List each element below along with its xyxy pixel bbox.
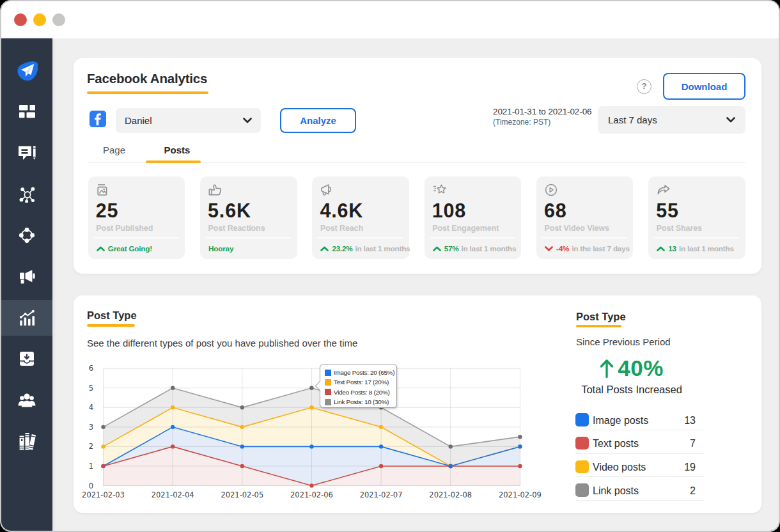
image-post-icon <box>97 184 109 196</box>
close-window-button[interactable] <box>14 13 27 26</box>
svg-text:2021-02-04: 2021-02-04 <box>151 490 194 499</box>
zoom-window-button[interactable] <box>52 13 65 26</box>
chart-section-title: Post Type <box>87 309 137 322</box>
period-select-value: Last 7 days <box>608 114 657 125</box>
trend-note: in last 1 months <box>679 244 734 253</box>
post-type-card: Post Type See the different types of pos… <box>74 295 761 513</box>
summary-delta: 40% <box>575 357 688 380</box>
legend-label: Text posts <box>593 438 639 450</box>
sidebar-item-analytics[interactable] <box>1 300 52 336</box>
chevron-down-icon <box>243 118 252 123</box>
tooltip-row: Video Posts: 8 (20%) <box>325 387 393 397</box>
svg-text:3: 3 <box>88 423 93 432</box>
legend-swatch <box>325 379 331 386</box>
sidebar-item-team[interactable] <box>1 382 52 418</box>
legend-swatch <box>325 389 331 395</box>
stat-trend: -4%in the last 7 days <box>545 244 632 253</box>
trend-down-icon <box>545 246 553 251</box>
trend-note: in last 1 months <box>462 244 517 253</box>
download-button[interactable]: Download <box>663 73 745 100</box>
stat-value: 108 <box>432 199 466 222</box>
posts-icon <box>18 145 36 160</box>
svg-text:2: 2 <box>88 442 93 451</box>
stats-row: 25 Post Published Great Going! 5.6K Post… <box>88 176 745 259</box>
library-icon <box>19 432 36 450</box>
sidebar-item-connect[interactable] <box>1 176 52 212</box>
stat-divider <box>94 237 179 239</box>
tooltip-label: Video Posts: 8 (20%) <box>334 389 390 396</box>
legend-row: Image posts 13 <box>575 407 704 430</box>
stat-label: Post Video Views <box>544 224 609 233</box>
date-range-text: 2021-01-31 to 2021-02-06 <box>493 107 602 116</box>
post-type-area-chart[interactable]: 01234562021-02-032021-02-042021-02-05202… <box>77 359 550 508</box>
trend-note: in last 1 months <box>355 244 410 253</box>
legend-value: 7 <box>690 438 696 450</box>
tooltip-row: Link Posts: 10 (30%) <box>325 397 393 407</box>
svg-text:2021-02-03: 2021-02-03 <box>82 490 125 499</box>
sidebar-item-dashboard[interactable] <box>1 93 52 129</box>
summary-panel: Post Type Since Previous Period 40% Tota… <box>575 295 704 513</box>
analytics-header-card: Facebook Analytics ? Download Daniel Ana… <box>74 58 761 274</box>
period-select[interactable]: Last 7 days <box>598 106 745 134</box>
svg-text:2021-02-09: 2021-02-09 <box>498 490 541 499</box>
legend-row: Text posts 7 <box>575 430 704 454</box>
legend-value: 2 <box>690 485 696 497</box>
chart-subtitle: See the different types of post you have… <box>87 338 357 348</box>
stat-value: 68 <box>544 199 567 222</box>
sidebar-item-posts[interactable] <box>1 135 52 171</box>
tooltip-label: Text Posts: 17 (20%) <box>334 379 389 386</box>
stat-label: Post Reactions <box>208 224 265 233</box>
trend-note: in the last 7 days <box>572 244 630 253</box>
legend-swatch <box>575 460 589 474</box>
help-icon[interactable]: ? <box>637 79 651 94</box>
chart-tooltip: Image Posts: 20 (65%) Text Posts: 17 (20… <box>320 364 397 408</box>
socialpilot-logo <box>17 60 38 81</box>
legend-value: 13 <box>684 415 696 426</box>
tab-page[interactable]: Page <box>90 145 138 164</box>
stat-value: 25 <box>96 199 119 222</box>
facebook-icon <box>90 111 106 127</box>
title-underline <box>87 91 208 95</box>
stat-divider <box>318 237 403 239</box>
sidebar-item-logo[interactable] <box>1 52 52 88</box>
legend-swatch <box>575 483 589 497</box>
sidebar-item-groups[interactable] <box>1 217 52 253</box>
analyze-button[interactable]: Analyze <box>280 108 356 133</box>
star-engagement-icon <box>433 184 446 196</box>
account-select-value: Daniel <box>125 115 152 126</box>
tooltip-row: Text Posts: 17 (20%) <box>325 377 393 387</box>
tooltip-label: Image Posts: 20 (65%) <box>334 369 394 376</box>
minimize-window-button[interactable] <box>33 13 46 26</box>
stat-label: Post Reach <box>320 224 363 233</box>
stat-card-post-shares: 55 Post Shares 13in last 1 months <box>648 176 745 259</box>
sidebar-item-library[interactable] <box>1 423 52 459</box>
svg-text:2021-02-07: 2021-02-07 <box>359 490 402 499</box>
legend-value: 19 <box>684 462 696 473</box>
date-range: 2021-01-31 to 2021-02-06 (Timezone: PST) <box>493 107 602 127</box>
trend-value: Great Going! <box>108 244 152 253</box>
summary-subtitle: Since Previous Period <box>576 336 671 347</box>
stat-card-post-reactions: 5.6K Post Reactions Hooray <box>200 176 297 259</box>
sidebar-item-promote[interactable] <box>1 258 52 294</box>
account-select[interactable]: Daniel <box>116 108 261 133</box>
chart-title-underline <box>87 324 135 327</box>
legend-swatch <box>575 413 589 426</box>
sidebar-item-inbox[interactable] <box>1 341 52 377</box>
connect-icon <box>19 185 36 203</box>
stat-value: 4.6K <box>320 199 363 222</box>
svg-text:4: 4 <box>88 403 93 412</box>
stat-trend: Great Going! <box>97 244 184 253</box>
share-icon <box>657 184 669 196</box>
legend-swatch <box>575 437 589 450</box>
stat-trend: 13in last 1 months <box>657 244 744 253</box>
trend-value: Hooray <box>208 244 233 253</box>
tooltip-label: Link Posts: 10 (30%) <box>334 398 389 405</box>
svg-text:5: 5 <box>88 384 93 393</box>
chevron-down-icon <box>726 117 735 123</box>
inbox-icon <box>19 351 35 366</box>
svg-text:6: 6 <box>88 364 93 373</box>
legend-label: Video posts <box>593 462 646 473</box>
trend-value: 13 <box>668 244 676 253</box>
page-title: Facebook Analytics <box>87 71 207 86</box>
svg-text:0: 0 <box>88 481 93 490</box>
